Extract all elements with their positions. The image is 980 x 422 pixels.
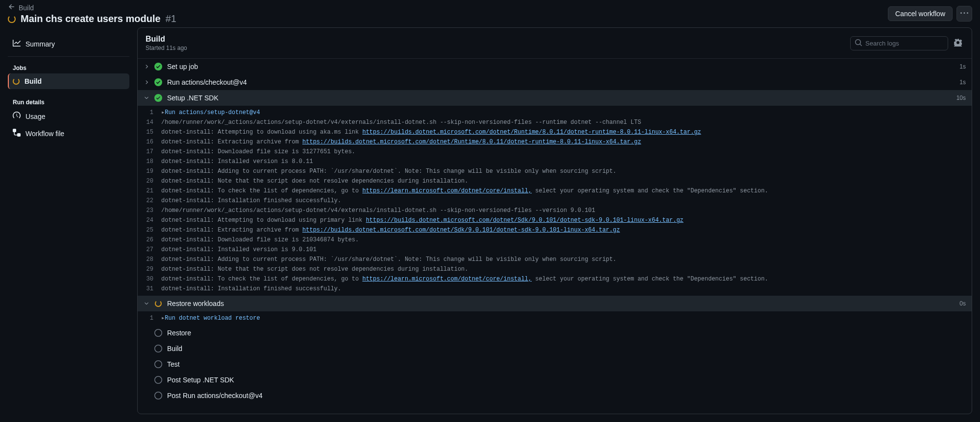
workflow-title: Main chs create users module [21,13,161,24]
line-number[interactable]: 28 [138,255,161,264]
chevron-right-icon [144,79,149,85]
sidebar-item-usage[interactable]: Usage [8,108,129,125]
line-number[interactable]: 19 [138,167,161,176]
line-number[interactable]: 31 [138,284,161,293]
run-number: #1 [166,13,176,24]
line-content: dotnet-install: Adding to current proces… [161,167,972,176]
line-number[interactable]: 30 [138,275,161,283]
line-number[interactable]: 17 [138,147,161,156]
meter-icon [13,112,21,121]
log-lines: 1▸Run dotnet workload restore [138,311,972,325]
gear-icon [954,41,962,48]
line-content: dotnet-install: Attempting to download u… [161,216,972,225]
line-content: dotnet-install: Downloaded file size is … [161,147,972,156]
log-line: 24dotnet-install: Attempting to download… [138,215,972,225]
log-line: 27dotnet-install: Installed version is 9… [138,245,972,255]
line-number[interactable]: 22 [138,196,161,205]
line-number[interactable]: 25 [138,226,161,234]
step-time: 10s [956,94,966,101]
circle-icon [154,376,162,384]
step-row[interactable]: Post Run actions/checkout@v4 [138,388,972,403]
log-line: 20dotnet-install: Note that the script d… [138,176,972,186]
log-line: 25dotnet-install: Extracting archive fro… [138,225,972,235]
step-row[interactable]: Post Setup .NET SDK [138,372,972,388]
content: Build Started 11s ago [137,27,980,422]
kebab-menu-button[interactable] [956,6,972,22]
back-label: Build [19,4,34,12]
chevron-right-icon [144,64,149,70]
step-name: Restore [167,329,961,337]
graph-icon [13,39,21,48]
line-number[interactable]: 23 [138,206,161,215]
line-content: dotnet-install: Downloaded file size is … [161,235,972,244]
line-content: dotnet-install: Attempting to download u… [161,128,972,137]
step-name: Post Run actions/checkout@v4 [167,392,961,399]
arrow-left-icon [8,3,16,12]
line-number[interactable]: 18 [138,157,161,166]
sidebar-details-heading: Run details [8,95,129,108]
step-time: 1s [959,63,966,70]
step-name: Test [167,360,961,368]
line-content: dotnet-install: To check the list of dep… [161,275,972,283]
log-line: 29dotnet-install: Note that the script d… [138,264,972,274]
sidebar-item-build[interactable]: Build [8,73,129,89]
line-number[interactable]: 14 [138,118,161,127]
log-line: 19dotnet-install: Adding to current proc… [138,166,972,176]
back-link[interactable]: Build [8,3,176,12]
line-content: ▸Run dotnet workload restore [161,314,972,323]
line-number[interactable]: 26 [138,235,161,244]
step-row[interactable]: Setup .NET SDK 10s [138,90,972,106]
line-number[interactable]: 24 [138,216,161,225]
log-line: 28dotnet-install: Adding to current proc… [138,255,972,264]
log-header-right [850,36,964,50]
line-number[interactable]: 1 [138,108,161,117]
line-number[interactable]: 16 [138,138,161,146]
sidebar-item-summary[interactable]: Summary [8,35,129,52]
sidebar-divider [8,56,129,57]
line-number[interactable]: 1 [138,314,161,323]
sidebar-item-label: Summary [25,40,55,48]
running-spinner-icon [154,300,162,307]
circle-icon [154,392,162,399]
check-circle-icon [154,94,162,102]
line-content: /home/runner/work/_actions/actions/setup… [161,118,972,127]
chevron-down-icon [144,301,149,306]
line-number[interactable]: 20 [138,177,161,186]
cancel-workflow-button[interactable]: Cancel workflow [888,6,953,21]
log-line: 16dotnet-install: Extracting archive fro… [138,137,972,147]
step-row[interactable]: Build [138,341,972,356]
step-row[interactable]: Run actions/checkout@v4 1s [138,74,972,90]
line-number[interactable]: 29 [138,265,161,274]
sidebar-jobs-heading: Jobs [8,61,129,73]
sidebar-item-label: Usage [25,113,45,120]
log-line: 15dotnet-install: Attempting to download… [138,127,972,137]
line-content: dotnet-install: Installation finished su… [161,284,972,293]
line-content: dotnet-install: Note that the script doe… [161,177,972,186]
log-line: 1▸Run dotnet workload restore [138,313,972,323]
log-body[interactable]: Set up job 1s Run actions/checkout@v4 1s… [138,59,972,414]
step-row[interactable]: Test [138,356,972,372]
log-line: 18dotnet-install: Installed version is 8… [138,157,972,166]
top-bar-left: Build Main chs create users module #1 [8,3,176,24]
search-box[interactable] [850,36,948,50]
step-name: Setup .NET SDK [167,94,952,102]
top-bar: Build Main chs create users module #1 Ca… [0,0,980,27]
step-name: Run actions/checkout@v4 [167,78,955,86]
line-content: dotnet-install: Extracting archive from … [161,138,972,146]
step-row[interactable]: Set up job 1s [138,59,972,74]
line-number[interactable]: 27 [138,245,161,254]
log-panel: Build Started 11s ago [137,27,972,414]
search-input[interactable] [865,40,948,47]
log-line: 30dotnet-install: To check the list of d… [138,274,972,284]
step-row[interactable]: Restore [138,325,972,341]
log-line: 22dotnet-install: Installation finished … [138,196,972,206]
settings-button[interactable] [952,37,964,50]
sidebar-item-workflow-file[interactable]: Workflow file [8,125,129,142]
line-number[interactable]: 21 [138,187,161,195]
step-row[interactable]: Restore workloads 0s [138,296,972,311]
line-content: /home/runner/work/_actions/actions/setup… [161,206,972,215]
line-number[interactable]: 15 [138,128,161,137]
line-content: ▸Run actions/setup-dotnet@v4 [161,108,972,117]
line-content: dotnet-install: Installed version is 8.0… [161,157,972,166]
step-name: Build [167,345,961,352]
